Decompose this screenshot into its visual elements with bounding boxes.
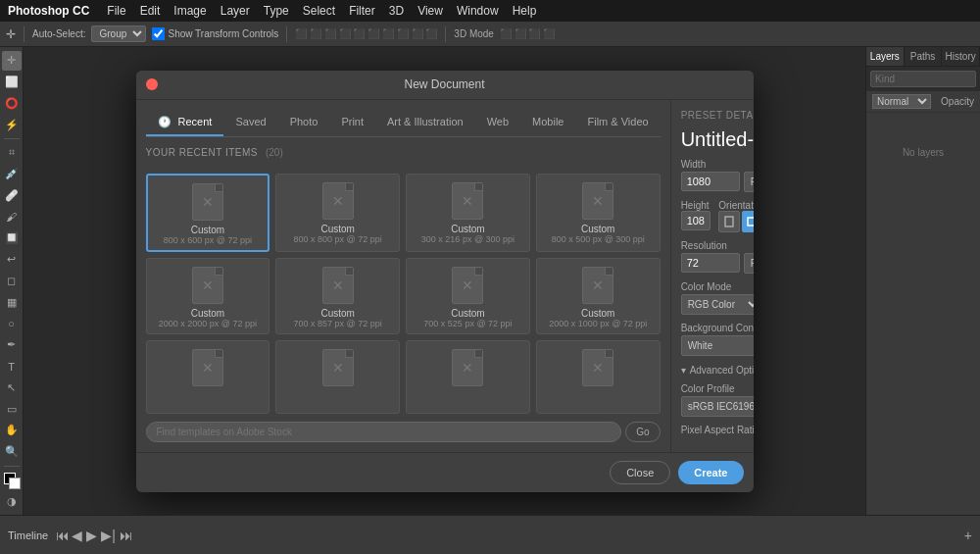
width-unit-select[interactable]: Pixels Inches cm <box>744 172 754 192</box>
layers-search-input[interactable] <box>870 71 976 87</box>
tab-mobile[interactable]: Mobile <box>520 110 575 135</box>
portrait-button[interactable] <box>718 211 740 232</box>
tool-eraser[interactable]: ◻ <box>2 272 22 291</box>
tab-art[interactable]: Art & Illustration <box>375 110 475 135</box>
tab-paths[interactable]: Paths <box>905 47 943 66</box>
toolbar: ✛ Auto-Select: Group Layer Show Transfor… <box>0 22 980 47</box>
tab-film[interactable]: Film & Video <box>575 110 660 135</box>
tool-wand[interactable]: ⚡ <box>2 115 22 134</box>
tool-dodge[interactable]: ○ <box>2 314 22 333</box>
tab-layers[interactable]: Layers <box>866 47 905 66</box>
tool-eyedropper[interactable]: 💉 <box>2 165 22 184</box>
blend-mode-select[interactable]: Normal <box>872 94 931 109</box>
recent-item-11[interactable] <box>536 340 661 414</box>
timeline-prev-button[interactable]: ◀ <box>72 528 82 543</box>
close-button[interactable]: Close <box>610 461 670 484</box>
template-search-bar: Go <box>146 422 661 442</box>
recent-item-5[interactable]: Custom 700 x 857 px @ 72 ppi <box>275 258 400 334</box>
timeline-next-button[interactable]: ▶| <box>101 528 116 543</box>
recent-item-size-2: 300 x 216 px @ 300 ppi <box>421 234 514 244</box>
tab-web[interactable]: Web <box>475 110 520 135</box>
color-profile-select[interactable]: sRGB IEC61966-2.1 <box>681 396 754 417</box>
preset-name-row: Untitled-1 💾 <box>681 128 754 151</box>
recent-item-icon-0 <box>192 183 223 221</box>
tool-fg-color[interactable] <box>2 471 22 490</box>
recent-item-10[interactable] <box>406 340 530 414</box>
modal-overlay: New Document 🕐 Recent Saved Photo <box>24 47 865 515</box>
tool-quick-mask[interactable]: ◑ <box>2 491 22 511</box>
show-transform-checkbox[interactable] <box>152 27 165 40</box>
tab-recent[interactable]: 🕐 Recent <box>146 110 224 136</box>
recent-item-1[interactable]: Custom 800 x 800 px @ 72 ppi <box>275 174 400 252</box>
recent-item-9[interactable] <box>275 340 400 414</box>
timeline-end-button[interactable]: ⏭ <box>120 528 133 543</box>
resolution-unit-select[interactable]: Pixels/Inch Pixels/cm <box>744 253 754 274</box>
recent-item-7[interactable]: Custom 2000 x 1000 px @ 72 ppi <box>536 258 661 334</box>
tool-history-brush[interactable]: ↩ <box>2 250 22 270</box>
timeline-rewind-button[interactable]: ⏮ <box>56 528 70 543</box>
tab-print[interactable]: Print <box>329 110 375 135</box>
menu-view[interactable]: View <box>417 4 443 18</box>
resolution-input[interactable] <box>681 253 740 273</box>
tool-zoom[interactable]: 🔍 <box>2 442 22 462</box>
menu-filter[interactable]: Filter <box>349 4 375 18</box>
recent-item-icon-9 <box>322 349 354 386</box>
menu-image[interactable]: Image <box>173 4 206 18</box>
orientation-label: Orientation <box>718 200 753 211</box>
height-input[interactable] <box>681 211 711 230</box>
landscape-button[interactable] <box>742 211 753 232</box>
recent-item-icon-2 <box>452 182 483 220</box>
tool-hand[interactable]: ✋ <box>2 421 22 440</box>
template-search-go-button[interactable]: Go <box>625 422 660 442</box>
tool-sep-2 <box>4 466 20 467</box>
tool-marquee[interactable]: ⬜ <box>2 73 22 92</box>
tool-path-select[interactable]: ↖ <box>2 378 22 397</box>
width-input[interactable] <box>681 172 740 191</box>
tool-lasso[interactable]: ⭕ <box>2 94 22 114</box>
advanced-options-toggle[interactable]: ▾ Advanced Options <box>681 365 754 376</box>
recent-item-icon-10 <box>452 349 483 386</box>
create-button[interactable]: Create <box>678 461 743 484</box>
tab-saved[interactable]: Saved <box>223 110 277 135</box>
tool-stamp[interactable]: 🔲 <box>2 228 22 248</box>
recent-item-8[interactable] <box>146 340 270 414</box>
color-mode-select[interactable]: RGB Color CMYK Color Grayscale <box>681 294 754 315</box>
bg-contents-select[interactable]: White Black Transparent Background Color… <box>681 335 754 356</box>
dialog-close-button[interactable] <box>146 78 158 90</box>
template-search-input[interactable] <box>146 422 622 442</box>
tool-heal[interactable]: 🩹 <box>2 186 22 206</box>
recent-item-icon-6 <box>452 267 483 304</box>
auto-select-dropdown[interactable]: Group Layer <box>91 25 146 42</box>
menu-layer[interactable]: Layer <box>220 4 250 18</box>
menu-type[interactable]: Type <box>264 4 289 18</box>
timeline-label: Timeline <box>8 529 48 541</box>
tool-shape[interactable]: ▭ <box>2 399 22 419</box>
tool-pen[interactable]: ✒ <box>2 335 22 355</box>
menu-select[interactable]: Select <box>303 4 335 18</box>
recent-item-2[interactable]: Custom 300 x 216 px @ 300 ppi <box>406 174 530 252</box>
recent-item-4[interactable]: Custom 2000 x 2000 px @ 72 ppi <box>146 258 270 334</box>
tool-type[interactable]: T <box>2 357 22 377</box>
timeline-add-button[interactable]: + <box>964 528 972 543</box>
tool-move[interactable]: ✛ <box>2 51 22 71</box>
menu-edit[interactable]: Edit <box>140 4 161 18</box>
svg-rect-0 <box>725 217 733 227</box>
dialog-title: New Document <box>404 77 484 91</box>
timeline-play-button[interactable]: ▶ <box>86 528 97 543</box>
tab-history[interactable]: History <box>942 47 980 66</box>
menu-file[interactable]: File <box>107 4 125 18</box>
align-icons: ⬛ ⬛ ⬛ ⬛ ⬛ ⬛ ⬛ ⬛ ⬛ ⬛ <box>295 28 437 39</box>
tab-photo[interactable]: Photo <box>278 110 330 135</box>
tool-crop[interactable]: ⌗ <box>2 143 22 163</box>
tool-gradient[interactable]: ▦ <box>2 292 22 312</box>
recent-item-6[interactable]: Custom 700 x 525 px @ 72 ppi <box>406 258 530 334</box>
menu-window[interactable]: Window <box>457 4 499 18</box>
menu-3d[interactable]: 3D <box>389 4 404 18</box>
tool-brush[interactable]: 🖌 <box>2 207 22 227</box>
pixel-ratio-label: Pixel Aspect Ratio <box>681 425 754 435</box>
dialog-body: 🕐 Recent Saved Photo Print Art & Illustr… <box>136 100 754 452</box>
menu-help[interactable]: Help <box>513 4 537 18</box>
recent-item-3[interactable]: Custom 800 x 500 px @ 300 ppi <box>536 174 661 252</box>
menu-bar: Photoshop CC File Edit Image Layer Type … <box>0 0 980 22</box>
recent-item-0[interactable]: Custom 800 x 600 px @ 72 ppi <box>146 174 270 252</box>
